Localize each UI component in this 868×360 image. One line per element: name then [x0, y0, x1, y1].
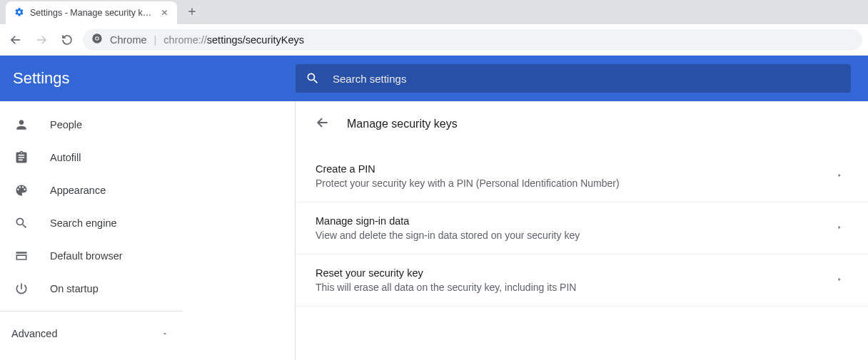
row-create-pin[interactable]: Create a PIN Protect your security key w…: [296, 150, 868, 202]
row-subtitle: Protect your security key with a PIN (Pe…: [316, 178, 620, 189]
app-title: Settings: [11, 69, 296, 88]
row-title: Reset your security key: [316, 267, 576, 279]
sidebar-item-default-browser[interactable]: Default browser: [0, 240, 295, 272]
page-title: Manage security keys: [347, 118, 458, 130]
sidebar-item-label: Default browser: [50, 250, 123, 262]
new-tab-button[interactable]: [187, 5, 197, 20]
sidebar-item-on-startup[interactable]: On startup: [0, 272, 295, 305]
sidebar-item-label: People: [50, 119, 82, 130]
row-manage-signin-data[interactable]: Manage sign-in data View and delete the …: [296, 202, 868, 254]
back-button[interactable]: [6, 30, 26, 50]
search-icon: [14, 216, 29, 230]
tab-title: Settings - Manage security keys: [30, 8, 155, 18]
person-icon: [14, 118, 29, 132]
sidebar-item-autofill[interactable]: Autofill: [0, 141, 295, 174]
page-back-button[interactable]: [316, 115, 330, 133]
row-subtitle: This will erase all data on the security…: [316, 282, 576, 293]
reload-button[interactable]: [57, 30, 77, 50]
omnibox-label: Chrome: [110, 34, 147, 46]
palette-icon: [14, 183, 29, 197]
sidebar-item-label: On startup: [50, 283, 99, 294]
row-title: Create a PIN: [316, 163, 620, 175]
search-icon: [306, 71, 320, 86]
chevron-right-icon: [837, 170, 842, 182]
row-subtitle: View and delete the sign-in data stored …: [316, 230, 580, 241]
sidebar-advanced[interactable]: Advanced: [0, 317, 183, 350]
forward-button[interactable]: [31, 30, 51, 50]
app-header: Settings: [0, 56, 868, 101]
chevron-right-icon: [837, 274, 842, 287]
clipboard-icon: [14, 150, 29, 165]
sidebar-item-search-engine[interactable]: Search engine: [0, 207, 295, 240]
row-title: Manage sign-in data: [316, 215, 580, 227]
search-input[interactable]: [333, 73, 841, 85]
browser-tabstrip: Settings - Manage security keys: [0, 0, 868, 24]
browser-icon: [14, 249, 29, 263]
chevron-right-icon: [837, 222, 842, 235]
omnibox[interactable]: Chrome | chrome://settings/securityKeys: [83, 29, 862, 51]
power-icon: [14, 282, 29, 296]
sidebar-advanced-label: Advanced: [11, 328, 58, 339]
close-icon[interactable]: [161, 7, 168, 19]
sidebar-separator: [0, 311, 183, 312]
sidebar-item-label: Search engine: [50, 217, 117, 229]
chevron-up-icon: [161, 328, 168, 339]
content-area: Manage security keys Create a PIN Protec…: [296, 101, 868, 360]
search-settings[interactable]: [296, 64, 851, 93]
svg-point-2: [96, 37, 98, 39]
browser-toolbar: Chrome | chrome://settings/securityKeys: [0, 24, 868, 56]
omnibox-url: chrome://settings/securityKeys: [163, 34, 304, 46]
gear-icon: [14, 7, 24, 19]
sidebar-item-appearance[interactable]: Appearance: [0, 174, 295, 207]
sidebar-item-label: Autofill: [50, 152, 81, 163]
sidebar-item-people[interactable]: People: [0, 108, 295, 141]
chrome-icon: [91, 33, 103, 46]
omnibox-separator: |: [154, 34, 157, 46]
row-reset-security-key[interactable]: Reset your security key This will erase …: [296, 254, 868, 307]
sidebar-item-label: Appearance: [50, 185, 106, 196]
browser-tab[interactable]: Settings - Manage security keys: [6, 1, 177, 24]
sidebar: People Autofill Appearance Search engine…: [0, 101, 296, 360]
